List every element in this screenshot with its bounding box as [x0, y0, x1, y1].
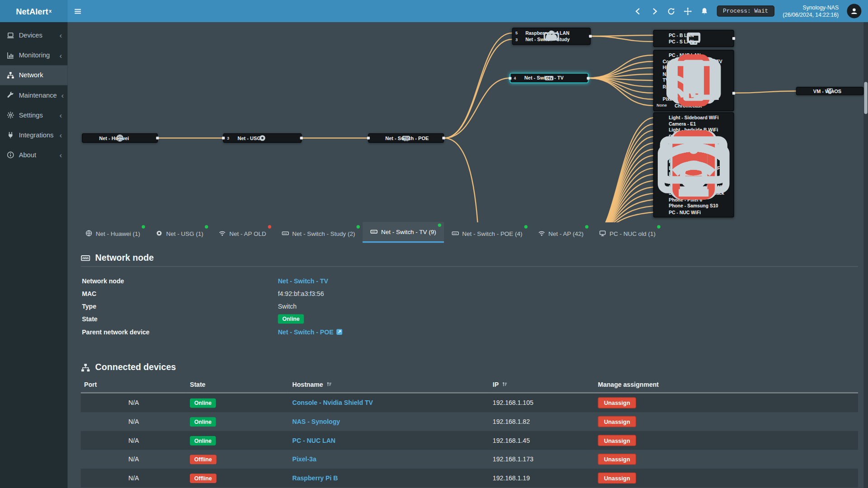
unassign-button[interactable]: Unassign	[598, 473, 636, 483]
sort-icon[interactable]	[326, 381, 332, 387]
state-cell: Online	[187, 431, 289, 450]
tab-net-ap-old[interactable]: Net - AP OLD	[211, 224, 274, 243]
device-link[interactable]: Pixel-3a	[292, 456, 316, 463]
forward-icon	[651, 7, 659, 15]
device-leaf-row[interactable]: PC - NUC WiFi	[656, 209, 731, 216]
hamburger-icon	[73, 7, 81, 15]
tab-net-switch-poe-4[interactable]: Net - Switch - POE (4)	[444, 224, 530, 243]
sidebar-item-label: Settings	[19, 111, 43, 119]
node-label[interactable]: 4Net - Switch - TV	[514, 74, 563, 83]
device-leaf-row[interactable]: NoneChromecast	[656, 103, 731, 109]
device-link[interactable]: PC - NUC LAN	[292, 437, 335, 444]
diagram-node-poe[interactable]: Net - Switch - POE	[368, 133, 444, 143]
notifications-button[interactable]	[700, 7, 708, 15]
external-link-icon	[336, 328, 343, 335]
diagram-node-tv[interactable]: 4Net - Switch - TV	[510, 73, 589, 83]
user-avatar[interactable]	[847, 4, 861, 19]
tab-label: Net - USG (1)	[166, 230, 203, 237]
server-timestamp: (26/06/2024, 14:22:16)	[783, 11, 839, 18]
unassign-button[interactable]: Unassign	[598, 454, 636, 465]
connector-dot	[300, 136, 303, 139]
network-topology-diagram: Net - Huawei3Net - USGNet - Switch - POE…	[67, 22, 868, 222]
status-dot	[585, 225, 588, 228]
node-label[interactable]: 3Net - USG	[227, 134, 261, 142]
topology-links	[67, 22, 868, 222]
device-leaf-row[interactable]: 3Net - Switch - Study	[515, 36, 587, 42]
nav-forward-button[interactable]	[651, 7, 659, 15]
scrollbar-thumb[interactable]	[864, 82, 867, 114]
diagram-node-winos[interactable]: VM - WinOS	[796, 87, 863, 95]
detail-row: Network nodeNet - Switch - TV	[81, 274, 858, 287]
network-node-panel: Network node Network nodeNet - Switch - …	[81, 253, 858, 338]
table-header-row: PortStateHostnameIPManage assignment	[81, 377, 858, 393]
laptop-icon	[7, 32, 14, 39]
scrollbar-track[interactable]	[863, 22, 868, 488]
tab-net-switch-study-2[interactable]: Net - Switch - Study (2)	[274, 224, 363, 243]
tab-net-ap-42[interactable]: Net - AP (42)	[530, 224, 591, 243]
node-label[interactable]: VM - WinOS	[800, 87, 841, 94]
sidebar: Devices‹Monitoring‹NetworkMaintenance‹Se…	[0, 22, 67, 488]
chevron-left-icon: ‹	[59, 151, 62, 159]
connector-dot	[587, 77, 590, 80]
sidebar-item-devices[interactable]: Devices‹	[0, 25, 67, 45]
connected-devices-title: Connected devices	[81, 362, 858, 372]
connector-dot	[589, 35, 592, 38]
nav-back-button[interactable]	[634, 7, 642, 15]
app-logo-text: NetAlert	[16, 6, 48, 16]
column-header-state: State	[187, 377, 289, 393]
tab-net-usg-1[interactable]: Net - USG (1)	[148, 224, 211, 243]
status-dot	[205, 225, 208, 228]
switch-icon	[371, 228, 378, 235]
ip-cell: 192.168.1.173	[489, 450, 594, 469]
state-cell: Online	[187, 393, 289, 412]
sort-icon[interactable]	[501, 381, 507, 387]
unassign-button[interactable]: Unassign	[598, 435, 636, 446]
tab-label: Net - Switch - TV (9)	[381, 228, 436, 235]
device-leaf-row[interactable]: PC - S LAN	[656, 38, 731, 45]
sitemap-icon	[7, 71, 14, 79]
detail-label: MAC	[81, 290, 278, 297]
sidebar-toggle-button[interactable]	[67, 0, 87, 22]
chevron-left-icon: ‹	[59, 32, 62, 39]
sidebar-item-label: Integrations	[19, 131, 54, 139]
app-logo[interactable]: NetAlertx	[0, 0, 67, 22]
column-header-ip[interactable]: IP	[489, 377, 594, 393]
device-link[interactable]: Console - Nvidia Shield TV	[292, 399, 373, 406]
column-header-port: Port	[81, 377, 187, 393]
unassign-button[interactable]: Unassign	[598, 397, 636, 408]
sidebar-item-integrations[interactable]: Integrations‹	[0, 125, 67, 145]
tab-net-switch-tv-9[interactable]: Net - Switch - TV (9)	[363, 222, 444, 243]
diagram-node-lanTop[interactable]: PC - B LANPC - S LAN	[653, 30, 734, 47]
status-dot	[657, 225, 660, 228]
connected-devices-panel: Connected devices PortStateHostnameIPMan…	[81, 362, 858, 488]
pan-mode-button[interactable]	[684, 7, 692, 15]
node-label[interactable]: Net - Huawei	[86, 134, 129, 142]
diagram-node-topgroup[interactable]: 5Raspberry Pi 4 LAN3Net - Switch - Study	[512, 28, 591, 45]
chevron-left-icon: ‹	[59, 111, 62, 119]
network-node-link[interactable]: Net - Switch - TV	[278, 277, 328, 284]
diagram-node-usg[interactable]: 3Net - USG	[223, 133, 302, 143]
connector-dot	[442, 136, 445, 139]
topbar-actions: Process: Wait Synology-NAS (26/06/2024, …	[634, 4, 868, 19]
sidebar-item-settings[interactable]: Settings‹	[0, 105, 67, 125]
device-link[interactable]: Raspberry Pi B	[292, 475, 338, 482]
diagram-node-tvBox[interactable]: PC - NUC LANConsole - Nvidia Shield TVHu…	[653, 50, 734, 111]
node-label[interactable]: Net - Switch - POE	[372, 134, 429, 142]
unassign-button[interactable]: Unassign	[598, 416, 636, 427]
refresh-button[interactable]	[667, 7, 675, 15]
sidebar-item-maintenance[interactable]: Maintenance‹	[0, 85, 67, 105]
diagram-node-wifiBox[interactable]: Light - Sideboard WiFiCamera - E1Light -…	[653, 113, 734, 218]
globe-icon	[85, 230, 93, 237]
device-link[interactable]: NAS - Synology	[292, 418, 340, 425]
diagram-node-huawei[interactable]: Net - Huawei	[82, 133, 158, 143]
state-cell: Online	[187, 412, 289, 431]
sidebar-item-monitoring[interactable]: Monitoring‹	[0, 45, 67, 65]
user-icon	[850, 7, 858, 15]
tab-label: Net - Switch - Study (2)	[292, 230, 355, 237]
sidebar-item-network[interactable]: Network	[0, 65, 67, 85]
tab-net-huawei-1[interactable]: Net - Huawei (1)	[77, 224, 148, 243]
tab-pc-nuc-old-1[interactable]: PC - NUC old (1)	[591, 224, 663, 243]
column-header-hostname[interactable]: Hostname	[289, 377, 489, 393]
parent-device-link[interactable]: Net - Switch - POE	[278, 328, 334, 335]
sidebar-item-about[interactable]: About‹	[0, 145, 67, 165]
